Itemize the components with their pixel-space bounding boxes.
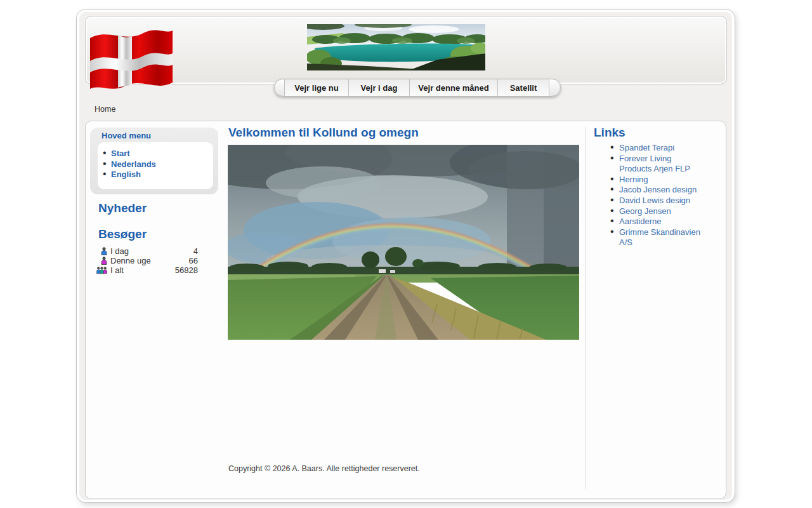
visitor-stats: I dag 4 Denne uge 66 I alt 56	[96, 246, 198, 275]
stat-label: I alt	[110, 265, 175, 275]
link-herning[interactable]: Herning	[619, 175, 648, 184]
menu-link[interactable]: Nederlands	[111, 159, 156, 169]
list-item: Forever Living Products Arjen FLP	[610, 153, 703, 174]
news-heading: Nyheder	[98, 201, 147, 215]
lake-banner-photo	[307, 24, 485, 70]
menu-link[interactable]: Start	[111, 149, 130, 158]
stat-label: I dag	[110, 246, 193, 256]
link-david-lewis[interactable]: David Lewis design	[619, 196, 690, 205]
menu-item-nederlands[interactable]: Nederlands	[111, 159, 213, 170]
main-menu-list: Start Nederlands English	[98, 142, 213, 189]
person-blue-icon	[96, 247, 110, 255]
tab-vejr-lige-nu[interactable]: Vejr lige nu	[284, 79, 348, 96]
menu-link[interactable]: English	[111, 170, 141, 179]
link-georg-jensen[interactable]: Georg Jensen	[619, 206, 671, 216]
stat-row-today: I dag 4	[96, 246, 198, 256]
link-forever-living[interactable]: Forever Living Products Arjen FLP	[619, 154, 690, 174]
tab-label: Satellit	[510, 83, 537, 93]
danish-flag-icon	[85, 25, 176, 98]
tab-label: Vejr denne måned	[418, 83, 488, 93]
rainbow-country-road-photo	[228, 145, 579, 340]
menu-item-english[interactable]: English	[111, 169, 213, 180]
weather-navbar: Vejr lige nu Vejr i dag Vejr denne måned…	[274, 79, 561, 97]
link-aarstiderne[interactable]: Aarstiderne	[619, 217, 661, 226]
tab-label: Vejr i dag	[361, 83, 398, 93]
list-item: Herning	[610, 174, 703, 185]
person-magenta-icon	[96, 257, 110, 265]
list-item: Grimme Skandinavien A/S	[610, 227, 703, 248]
links-panel: Spandet Terapi Forever Living Products A…	[594, 142, 703, 248]
people-group-icon	[96, 266, 110, 274]
list-item: Spandet Terapi	[610, 142, 703, 153]
links-heading: Links	[594, 126, 625, 140]
visitors-heading: Besøger	[98, 227, 147, 241]
page: Vejr lige nu Vejr i dag Vejr denne måned…	[0, 0, 812, 508]
menu-item-start[interactable]: Start	[111, 148, 213, 159]
stat-value: 4	[193, 246, 198, 256]
stat-label: Denne uge	[110, 256, 189, 265]
list-item: Jacob Jensen design	[610, 184, 703, 195]
list-item: Georg Jensen	[610, 206, 703, 217]
main-menu-title: Hoved menu	[102, 131, 151, 140]
copyright-text: Copyright © 2026 A. Baars. Alle rettighe…	[228, 464, 420, 473]
list-item: Aarstiderne	[610, 216, 703, 227]
tab-vejr-denne-maned[interactable]: Vejr denne måned	[409, 79, 497, 96]
tab-label: Vejr lige nu	[294, 83, 338, 93]
page-title: Velkommen til Kollund og omegn	[228, 126, 419, 140]
stat-value: 56828	[175, 265, 198, 275]
link-grimme-skandinavien[interactable]: Grimme Skandinavien A/S	[619, 227, 700, 248]
tab-vejr-i-dag[interactable]: Vejr i dag	[348, 79, 409, 96]
column-divider	[586, 127, 586, 489]
link-spandet-terapi[interactable]: Spandet Terapi	[619, 143, 674, 152]
link-jacob-jensen[interactable]: Jacob Jensen design	[619, 185, 697, 194]
stat-row-total: I alt 56828	[96, 265, 198, 275]
breadcrumb-home[interactable]: Home	[95, 105, 115, 114]
stat-value: 66	[189, 256, 198, 265]
tab-satellit[interactable]: Satellit	[497, 79, 549, 96]
list-item: David Lewis design	[610, 195, 703, 206]
stat-row-week: Denne uge 66	[96, 256, 198, 265]
